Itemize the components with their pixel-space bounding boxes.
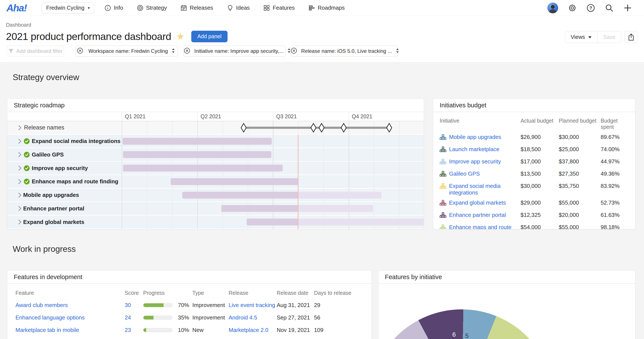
- release-link[interactable]: Live event tracking: [228, 302, 277, 308]
- nav-item-ideas[interactable]: Ideas: [227, 4, 250, 11]
- check-circle-icon: [24, 152, 30, 158]
- initiative-link[interactable]: Launch marketplace: [449, 146, 499, 153]
- chevron-right-icon[interactable]: [18, 206, 22, 211]
- actual-budget-cell: $17,000: [520, 158, 559, 165]
- share-button[interactable]: [624, 31, 638, 43]
- chevron-right-icon[interactable]: [18, 138, 22, 144]
- nav-item-releases[interactable]: Releases: [180, 4, 213, 11]
- initiative-link[interactable]: Expand social media integrations: [449, 183, 516, 196]
- chevron-right-icon[interactable]: [18, 125, 22, 130]
- initiative-link[interactable]: Enhance maps and route finding: [449, 224, 516, 229]
- gantt-bar[interactable]: [182, 192, 298, 198]
- nav-item-roadmaps[interactable]: Roadmaps: [308, 4, 345, 11]
- nav-item-strategy[interactable]: Strategy: [137, 4, 167, 11]
- budget-row: Galileo GPS$13,500$27,35049.36%: [433, 170, 635, 179]
- milestone-diamond-icon[interactable]: [240, 123, 247, 134]
- caret-down-icon: [588, 36, 592, 39]
- milestone-diamond-icon[interactable]: [340, 123, 347, 134]
- up-down-arrows-icon: [288, 48, 291, 54]
- release-link[interactable]: Marketplace 2.0: [228, 327, 277, 334]
- gantt-bar-projected[interactable]: [298, 205, 373, 212]
- gantt-row-label[interactable]: Enhance maps and route finding: [32, 178, 118, 185]
- budget-spent-cell: 89.67%: [601, 134, 630, 140]
- aha-logo[interactable]: Aha!: [6, 2, 26, 14]
- chevron-right-icon[interactable]: [18, 152, 22, 157]
- user-avatar[interactable]: [548, 2, 558, 13]
- budget-spent-cell: 61.63%: [601, 212, 630, 218]
- filter-sort-control[interactable]: [172, 46, 178, 56]
- gantt-bar[interactable]: [122, 138, 272, 145]
- gantt-bar-projected[interactable]: [298, 218, 424, 226]
- milestone-diamond-icon[interactable]: [318, 123, 325, 134]
- feature-link[interactable]: Marketplace tab in mobile: [16, 327, 125, 334]
- feature-link[interactable]: Award club members: [16, 302, 125, 308]
- actual-budget-cell: $26,900: [520, 134, 559, 140]
- type-cell: Improvement: [192, 314, 228, 321]
- chevron-right-icon[interactable]: [18, 179, 22, 184]
- roadmap-panel-title: Strategic roadmap: [7, 102, 64, 109]
- gantt-row-label[interactable]: Galileo GPS: [32, 151, 64, 158]
- planned-budget-cell: $55,000: [559, 200, 601, 206]
- views-save-group: Views Save: [565, 31, 621, 43]
- feature-link[interactable]: Enhanced language options: [16, 314, 125, 321]
- filter-chip-label[interactable]: Initiative name: Improve app security,..…: [190, 46, 288, 56]
- create-button[interactable]: [624, 4, 632, 12]
- remove-filter-button[interactable]: [76, 46, 84, 56]
- filter-sort-control[interactable]: [288, 46, 291, 56]
- remove-filter-button[interactable]: [184, 46, 190, 56]
- initiative-cell: Galileo GPS: [440, 170, 520, 179]
- remove-filter-button[interactable]: [291, 46, 297, 56]
- initiative-link[interactable]: Improve app security: [449, 158, 501, 165]
- initiative-sitemap-icon: [440, 134, 446, 142]
- gantt-bar-projected[interactable]: [298, 192, 382, 198]
- gantt-bar[interactable]: [171, 178, 298, 185]
- initiative-link[interactable]: Galileo GPS: [449, 170, 480, 177]
- page-title: 2021 product performance dashboard: [6, 30, 171, 42]
- gantt-row-label[interactable]: Release names: [24, 124, 64, 131]
- gantt-row-label[interactable]: Expand global markets: [23, 219, 84, 226]
- gantt-bar[interactable]: [123, 151, 272, 158]
- gantt-bar[interactable]: [247, 218, 298, 226]
- score-link[interactable]: 24: [125, 314, 143, 321]
- workspace-switcher[interactable]: Fredwin Cycling ▾: [42, 2, 94, 14]
- chevron-right-icon[interactable]: [18, 192, 22, 198]
- add-dashboard-filter-button[interactable]: Add dashboard filter: [7, 46, 64, 57]
- gantt-row-label[interactable]: Enhance partner portal: [23, 205, 84, 212]
- milestone-diamond-icon[interactable]: [310, 123, 317, 134]
- breadcrumb[interactable]: Dashboard: [6, 22, 31, 28]
- help-button[interactable]: ?: [586, 4, 595, 12]
- features-panel-header: Features in development: [7, 270, 372, 284]
- filter-chip-label[interactable]: Release name: iOS 5.0, Live tracking ...: [297, 46, 396, 56]
- settings-button[interactable]: [568, 4, 576, 12]
- add-panel-button[interactable]: Add panel: [191, 31, 228, 42]
- search-button[interactable]: [605, 4, 614, 12]
- initiative-cell: Enhance maps and route finding: [440, 224, 520, 229]
- initiative-link[interactable]: Mobile app upgrades: [449, 134, 501, 140]
- views-button[interactable]: Views: [565, 31, 598, 43]
- score-link[interactable]: 23: [125, 327, 143, 334]
- initiative-link[interactable]: Enhance partner portal: [449, 212, 506, 218]
- top-nav: Aha! Fredwin Cycling ▾ InfoStrategyRelea…: [0, 0, 644, 16]
- initiative-sitemap-icon: [440, 170, 446, 179]
- budget-spent-cell: 52.73%: [601, 200, 630, 206]
- release-link[interactable]: Android 4.5: [228, 314, 277, 321]
- gantt-row-label[interactable]: Mobile app upgrades: [23, 192, 79, 198]
- initiative-link[interactable]: Expand global markets: [449, 200, 506, 206]
- gantt-body: Release namesExpand social media integra…: [7, 121, 424, 229]
- gantt-row-label[interactable]: Improve app security: [32, 165, 88, 172]
- nav-item-info[interactable]: Info: [104, 4, 123, 11]
- favorite-star-icon[interactable]: ★: [176, 32, 184, 41]
- milestone-diamond-icon[interactable]: [386, 123, 392, 134]
- save-button[interactable]: Save: [598, 31, 621, 43]
- features-panel-title: Features in development: [7, 274, 82, 280]
- gantt-row-label[interactable]: Expand social media integrations: [32, 138, 120, 144]
- filter-chip-label[interactable]: Workspace name: Fredwin Cycling: [84, 46, 172, 56]
- score-link[interactable]: 30: [125, 302, 143, 308]
- chevron-right-icon[interactable]: [18, 219, 22, 225]
- chevron-right-icon[interactable]: [18, 165, 22, 171]
- gantt-bar[interactable]: [123, 165, 283, 172]
- nav-item-features[interactable]: Features: [264, 4, 295, 11]
- progress-bar-fill: [144, 303, 164, 307]
- gantt-bar[interactable]: [221, 205, 298, 212]
- filter-sort-control[interactable]: [396, 46, 399, 56]
